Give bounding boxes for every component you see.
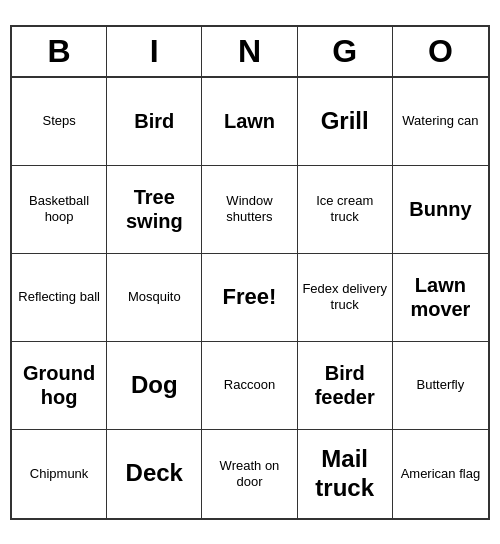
bingo-cell: Tree swing	[107, 166, 202, 254]
bingo-cell: Watering can	[393, 78, 488, 166]
bingo-cell: Ground hog	[12, 342, 107, 430]
header-letter: I	[107, 27, 202, 76]
bingo-cell: Bunny	[393, 166, 488, 254]
bingo-cell: Butterfly	[393, 342, 488, 430]
bingo-cell: Raccoon	[202, 342, 297, 430]
bingo-cell: Fedex delivery truck	[298, 254, 393, 342]
bingo-cell: Lawn mover	[393, 254, 488, 342]
bingo-cell: Bird	[107, 78, 202, 166]
bingo-grid: StepsBirdLawnGrillWatering canBasketball…	[12, 78, 488, 518]
bingo-cell: Free!	[202, 254, 297, 342]
bingo-cell: Lawn	[202, 78, 297, 166]
bingo-header: BINGO	[12, 27, 488, 78]
bingo-cell: Grill	[298, 78, 393, 166]
bingo-cell: Mosquito	[107, 254, 202, 342]
bingo-cell: American flag	[393, 430, 488, 518]
bingo-cell: Wreath on door	[202, 430, 297, 518]
bingo-card: BINGO StepsBirdLawnGrillWatering canBask…	[10, 25, 490, 520]
bingo-cell: Mail truck	[298, 430, 393, 518]
bingo-cell: Chipmunk	[12, 430, 107, 518]
header-letter: N	[202, 27, 297, 76]
bingo-cell: Window shutters	[202, 166, 297, 254]
header-letter: G	[298, 27, 393, 76]
bingo-cell: Steps	[12, 78, 107, 166]
bingo-cell: Deck	[107, 430, 202, 518]
bingo-cell: Basketball hoop	[12, 166, 107, 254]
bingo-cell: Reflecting ball	[12, 254, 107, 342]
bingo-cell: Dog	[107, 342, 202, 430]
header-letter: O	[393, 27, 488, 76]
header-letter: B	[12, 27, 107, 76]
bingo-cell: Bird feeder	[298, 342, 393, 430]
bingo-cell: Ice cream truck	[298, 166, 393, 254]
